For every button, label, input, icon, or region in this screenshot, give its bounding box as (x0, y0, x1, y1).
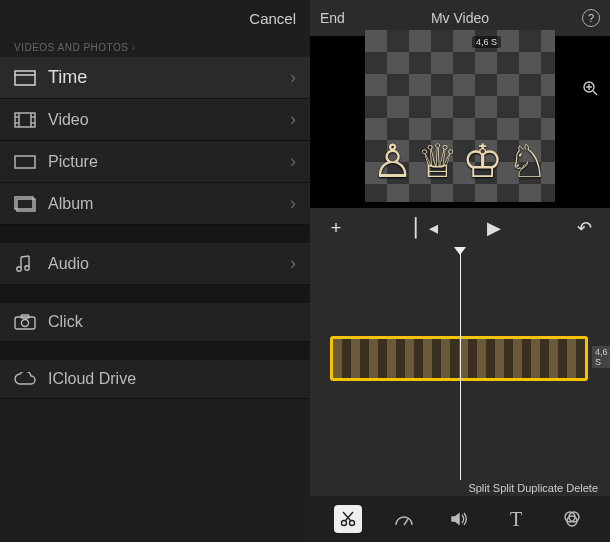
timeline[interactable]: 4,6 S (310, 248, 610, 480)
audio-icon (14, 255, 36, 273)
media-panel: Cancel Videos and Photos Time › Video › … (0, 0, 310, 542)
svg-rect-0 (15, 71, 35, 85)
chevron-right-icon: › (290, 193, 296, 214)
menu-label: Time (48, 67, 87, 88)
svg-rect-9 (15, 156, 35, 168)
menu-item-moments[interactable]: Time › (0, 57, 310, 99)
photo-icon (14, 153, 36, 171)
filter-tool[interactable] (558, 505, 586, 533)
play-button[interactable]: ▶ (482, 217, 506, 239)
chevron-right-icon: › (290, 253, 296, 274)
clip-actions[interactable]: Split Split Duplicate Delete (310, 480, 610, 496)
preview-area: 4,6 S ♙♕♔♘ (310, 36, 610, 208)
video-preview[interactable]: 4,6 S ♙♕♔♘ (365, 30, 555, 202)
svg-point-21 (342, 521, 347, 526)
text-tool[interactable]: T (502, 505, 530, 533)
divider (0, 342, 310, 360)
project-title[interactable]: Mv Video (431, 10, 489, 26)
svg-point-22 (350, 521, 355, 526)
chevron-right-icon: › (290, 67, 296, 88)
moments-icon (14, 69, 36, 87)
done-button[interactable]: End (320, 10, 345, 26)
menu-item-audio[interactable]: Audio › (0, 243, 310, 285)
menu-label: Audio (48, 255, 89, 273)
divider (0, 225, 310, 243)
section-header[interactable]: Videos and Photos (0, 36, 310, 57)
menu-label: Album (48, 195, 93, 213)
clip-duration: 4,6 S (592, 346, 610, 368)
divider (0, 285, 310, 303)
video-icon (14, 111, 36, 129)
video-content: ♙♕♔♘ (365, 138, 555, 184)
svg-line-25 (404, 519, 408, 525)
add-media-button[interactable]: + (324, 218, 348, 239)
cut-tool[interactable] (334, 505, 362, 533)
undo-button[interactable]: ↶ (572, 217, 596, 239)
menu-item-video[interactable]: Video › (0, 99, 310, 141)
left-top-bar: Cancel (0, 0, 310, 36)
svg-point-15 (22, 320, 29, 327)
svg-rect-14 (15, 317, 35, 329)
menu-label: Click (48, 313, 83, 331)
chevron-right-icon: › (290, 109, 296, 130)
edit-toolbar: T (310, 496, 610, 542)
timeline-controls: + ▏◂ ▶ ↶ (310, 208, 610, 248)
menu-item-photo[interactable]: Picture › (0, 141, 310, 183)
svg-rect-2 (15, 113, 35, 127)
album-icon (14, 195, 36, 213)
camera-icon (14, 313, 36, 331)
chevron-right-icon: › (290, 151, 296, 172)
menu-label: ICloud Drive (48, 370, 136, 388)
editor-panel: End Mv Video ? 4,6 S ♙♕♔♘ + ▏◂ ▶ ↶ 4,6 S… (310, 0, 610, 542)
svg-point-12 (17, 266, 21, 270)
preview-duration: 4,6 S (472, 36, 501, 48)
menu-label: Picture (48, 153, 98, 171)
cloud-icon (14, 370, 36, 388)
menu-item-album[interactable]: Album › (0, 183, 310, 225)
svg-point-13 (25, 265, 29, 269)
video-clip[interactable] (330, 336, 588, 381)
playhead[interactable] (460, 248, 461, 480)
zoom-icon[interactable] (582, 80, 598, 96)
svg-line-18 (593, 91, 597, 95)
volume-tool[interactable] (446, 505, 474, 533)
menu-item-icloud[interactable]: ICloud Drive (0, 360, 310, 399)
help-icon[interactable]: ? (582, 9, 600, 27)
speed-tool[interactable] (390, 505, 418, 533)
cancel-button[interactable]: Cancel (249, 10, 296, 27)
menu-label: Video (48, 111, 89, 129)
skip-back-button[interactable]: ▏◂ (414, 217, 438, 239)
menu-item-camera[interactable]: Click (0, 303, 310, 342)
